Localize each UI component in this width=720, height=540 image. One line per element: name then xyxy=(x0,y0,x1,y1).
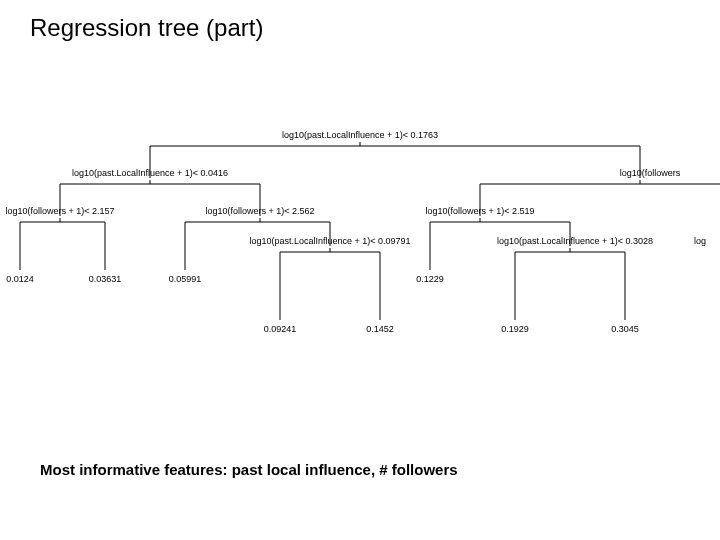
slide-title: Regression tree (part) xyxy=(30,14,263,42)
leaf-3045: 0.3045 xyxy=(611,324,639,334)
slide-caption: Most informative features: past local in… xyxy=(40,461,458,478)
node-root: log10(past.LocalInfluence + 1)< 0.1763 xyxy=(282,130,438,140)
regression-tree-diagram: log10(past.LocalInfluence + 1)< 0.1763 l… xyxy=(0,120,720,400)
node-RL-sub-trunc: log xyxy=(694,236,706,246)
node-L: log10(past.LocalInfluence + 1)< 0.0416 xyxy=(72,168,228,178)
leaf-1452: 0.1452 xyxy=(366,324,394,334)
node-LL: log10(followers + 1)< 2.157 xyxy=(5,206,114,216)
leaf-1229: 0.1229 xyxy=(416,274,444,284)
node-LR: log10(followers + 1)< 2.562 xyxy=(205,206,314,216)
leaf-0124: 0.0124 xyxy=(6,274,34,284)
node-RL-sub: log10(past.LocalInfluence + 1)< 0.3028 xyxy=(497,236,653,246)
node-LR-sub: log10(past.LocalInfluence + 1)< 0.09791 xyxy=(249,236,410,246)
leaf-09241: 0.09241 xyxy=(264,324,297,334)
leaf-03631: 0.03631 xyxy=(89,274,122,284)
node-RL: log10(followers + 1)< 2.519 xyxy=(425,206,534,216)
leaf-05991: 0.05991 xyxy=(169,274,202,284)
node-R-trunc: log10(followers xyxy=(620,168,681,178)
leaf-1929: 0.1929 xyxy=(501,324,529,334)
